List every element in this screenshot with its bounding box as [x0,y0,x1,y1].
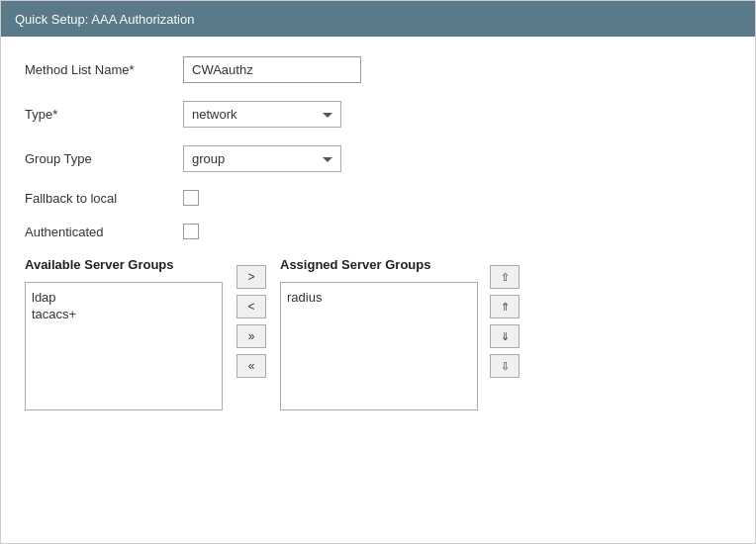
move-down-button[interactable]: ⇓ [490,324,520,348]
transfer-buttons-group: > < » « [223,257,280,386]
fallback-row: Fallback to local [25,190,731,206]
type-label: Type* [25,107,183,122]
order-buttons-group: ⇧ ⇑ ⇓ ⇩ [478,257,531,386]
content-area: Method List Name* Type* network exec com… [1,37,755,543]
list-item[interactable]: tacacs+ [32,306,216,322]
available-server-groups-title: Available Server Groups [25,257,223,272]
move-left-button[interactable]: < [236,295,266,318]
method-list-row: Method List Name* [25,56,731,83]
move-right-button[interactable]: > [236,265,266,289]
main-window: Quick Setup: AAA Authorization Method Li… [0,0,756,544]
group-type-label: Group Type [25,151,183,166]
move-bottom-button[interactable]: ⇩ [490,354,520,378]
move-all-right-button[interactable]: » [236,324,266,348]
assigned-server-groups-title: Assigned Server Groups [280,257,478,272]
group-type-row: Group Type group local [25,145,731,172]
available-server-groups-section: Available Server Groups ldap tacacs+ [25,257,223,410]
title-bar: Quick Setup: AAA Authorization [1,1,755,37]
authenticated-checkbox[interactable] [183,224,199,239]
move-up-button[interactable]: ⇑ [490,295,520,318]
fallback-checkbox[interactable] [183,190,199,206]
window-title: Quick Setup: AAA Authorization [15,12,194,27]
authenticated-label: Authenticated [25,225,183,239]
fallback-label: Fallback to local [25,191,183,206]
group-type-select[interactable]: group local [183,145,341,172]
method-list-input[interactable] [183,56,361,83]
type-select[interactable]: network exec commands [183,101,341,128]
type-row: Type* network exec commands [25,101,731,128]
assigned-server-groups-list[interactable]: radius [280,282,478,410]
move-top-button[interactable]: ⇧ [490,265,520,289]
method-list-label: Method List Name* [25,62,183,77]
list-item[interactable]: radius [287,289,471,306]
list-item[interactable]: ldap [32,289,216,306]
assigned-server-groups-section: Assigned Server Groups radius [280,257,478,410]
move-all-left-button[interactable]: « [236,354,266,378]
authenticated-row: Authenticated [25,224,731,239]
available-server-groups-list[interactable]: ldap tacacs+ [25,282,223,410]
